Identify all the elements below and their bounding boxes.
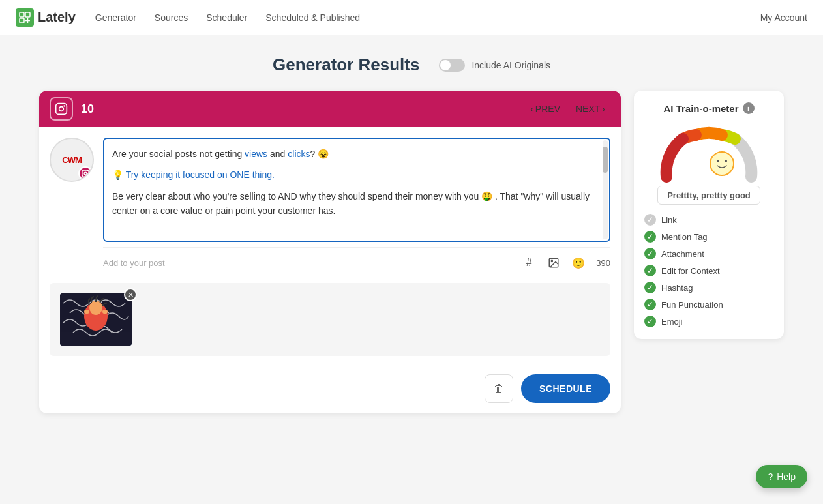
card-actions: 🗑 SCHEDULE [39,366,621,413]
nav-buttons: ‹ PREV NEXT › [525,101,610,117]
prev-label: PREV [535,104,560,114]
svg-rect-2 [20,18,24,23]
edit-context-check-icon: ✓ [644,265,656,276]
checklist-item-fun-punctuation: ✓ Fun Punctuation [644,299,773,310]
chevron-left-icon: ‹ [530,104,533,114]
my-account[interactable]: My Account [760,12,807,23]
checklist-item-hashtag: ✓ Hashtag [644,282,773,293]
link-label: Link [661,215,677,225]
schedule-button[interactable]: SCHEDULE [521,374,610,403]
ai-panel: AI Train-o-meter i [634,91,784,339]
post-text-content[interactable]: Are your social posts not getting views … [112,147,601,225]
content-layout: 10 ‹ PREV NEXT › CWM [39,91,784,413]
mention-tag-label: Mention Tag [661,232,708,242]
editor-toolbar: Add to your post # 🙂 390 [103,247,610,273]
attachment-label: Attachment [661,249,704,259]
add-placeholder: Add to your post [103,258,514,268]
scrollbar-thumb [603,147,608,173]
image-preview-section: ✕ [50,283,610,356]
image-button[interactable] [544,253,563,273]
checklist-item-emoji: ✓ Emoji [644,316,773,327]
emoji-check-icon: ✓ [644,316,656,327]
checklist-item-attachment: ✓ Attachment [644,248,773,259]
svg-point-11 [552,260,553,261]
gauge-container: Pretttty, prettty good [644,125,773,205]
gauge-svg [657,125,761,183]
avatar-instagram-badge [78,166,93,181]
ai-originals-toggle-group: Include AI Originals [439,59,550,72]
fun-punctuation-label: Fun Punctuation [661,300,723,310]
link-check-icon: ✓ [644,214,656,226]
checklist-item-mention-tag: ✓ Mention Tag [644,231,773,243]
attachment-check-icon: ✓ [644,248,656,259]
checklist-item-edit-for-context: ✓ Edit for Context [644,265,773,276]
trash-icon: 🗑 [494,383,504,394]
fun-punctuation-check-icon: ✓ [644,299,656,310]
post-content-area: Are your social posts not getting views … [103,138,610,273]
hashtag-button[interactable]: # [519,253,539,273]
scrollbar[interactable] [603,140,608,239]
svg-point-9 [84,172,87,175]
avatar-text: CWM [62,155,82,165]
instagram-icon [50,97,73,121]
edit-context-label: Edit for Context [661,266,720,276]
chevron-right-icon: › [602,104,605,114]
nav-scheduler[interactable]: Scheduler [206,10,247,25]
svg-point-19 [725,160,727,162]
svg-rect-15 [84,310,89,314]
post-count: 10 [81,102,94,116]
svg-rect-0 [20,12,24,17]
svg-rect-1 [25,12,30,17]
card-header: 10 ‹ PREV NEXT › [39,91,621,127]
svg-rect-5 [56,104,67,115]
page-title: Generator Results [273,55,419,75]
brand-logo[interactable]: Lately [16,8,76,27]
char-count: 390 [596,258,610,268]
svg-rect-8 [82,170,89,177]
svg-point-18 [717,160,719,162]
svg-point-17 [710,152,734,175]
thumbnail-svg [60,293,132,346]
checklist-item-link: ✓ Link [644,214,773,226]
post-card: 10 ‹ PREV NEXT › CWM [39,91,621,413]
text-editor[interactable]: Are your social posts not getting views … [103,138,610,242]
emoji-label: Emoji [661,317,683,327]
navbar: Lately Generator Sources Scheduler Sched… [0,0,823,35]
next-label: NEXT [576,104,600,114]
hashtag-label: Hashtag [661,283,693,293]
nav-scheduled-published[interactable]: Scheduled & Published [265,10,360,25]
ai-originals-label: Include AI Originals [471,60,550,70]
svg-point-7 [63,105,65,107]
brand-name: Lately [38,10,76,25]
svg-rect-16 [102,310,108,314]
next-button[interactable]: NEXT › [571,101,610,117]
hashtag-check-icon: ✓ [644,282,656,293]
main-content: Generator Results Include AI Originals 1… [0,35,823,433]
prev-button[interactable]: ‹ PREV [525,101,565,117]
avatar-section: CWM [50,138,94,273]
thumbnail-close-button[interactable]: ✕ [124,288,137,301]
ai-panel-title: AI Train-o-meter i [644,102,773,114]
avatar: CWM [50,138,94,182]
nav-generator[interactable]: Generator [95,10,136,25]
thumbnail-wrapper: ✕ [60,293,132,346]
svg-point-6 [59,107,64,111]
page-header: Generator Results Include AI Originals [39,55,784,75]
gauge-label: Pretttty, prettty good [657,186,760,205]
thumbnail-image [60,293,132,346]
nav-links: Generator Sources Scheduler Scheduled & … [95,10,760,25]
emoji-button[interactable]: 🙂 [569,253,588,273]
brand-icon [16,8,34,27]
card-body: CWM Are your social posts not get [39,127,621,283]
info-icon[interactable]: i [743,102,755,114]
mention-tag-check-icon: ✓ [644,231,656,243]
nav-sources[interactable]: Sources [155,10,188,25]
delete-button[interactable]: 🗑 [485,374,513,403]
checklist: ✓ Link ✓ Mention Tag ✓ Attachment ✓ Edit… [644,214,773,327]
ai-originals-toggle[interactable] [439,59,465,72]
